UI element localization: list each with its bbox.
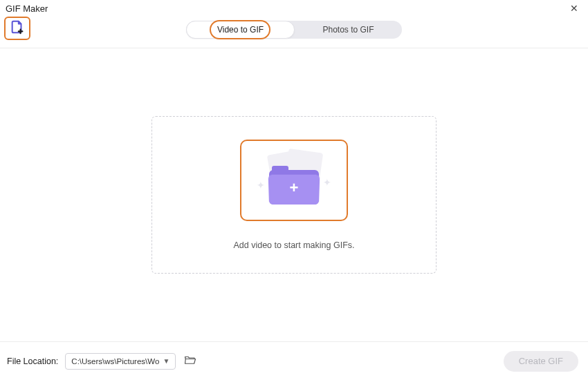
sparkle-icon: ✦ <box>257 180 265 191</box>
main-area: ✦ ✦ + Add video to start making GIFs. <box>0 48 588 341</box>
create-gif-button[interactable]: Create GIF <box>504 351 578 372</box>
bottom-bar: File Location: C:\Users\ws\Pictures\Wond… <box>0 341 588 380</box>
close-icon[interactable]: ✕ <box>567 2 581 15</box>
create-gif-label: Create GIF <box>519 356 563 366</box>
sparkle-icon: ✦ <box>323 177 331 188</box>
title-bar: GIF Maker ✕ <box>0 0 588 15</box>
folder-icon: + <box>269 170 319 205</box>
dropzone: ✦ ✦ + Add video to start making GIFs. <box>151 116 437 274</box>
toolbar: Video to GIF Photos to GIF <box>0 15 588 48</box>
app-window: GIF Maker ✕ Video to GIF Photos to <box>0 0 588 380</box>
file-location-group: File Location: C:\Users\ws\Pictures\Wond… <box>7 353 198 370</box>
dropzone-hint: Add video to start making GIFs. <box>233 240 354 250</box>
folder-open-icon <box>184 354 196 368</box>
tab-photos-to-gif[interactable]: Photos to GIF <box>295 21 402 39</box>
browse-folder-button[interactable] <box>183 354 198 368</box>
tab-label: Video to GIF <box>217 25 264 35</box>
file-location-select[interactable]: C:\Users\ws\Pictures\Wonders ▼ <box>65 353 176 370</box>
add-file-icon <box>10 19 25 37</box>
plus-icon: + <box>290 180 299 196</box>
add-video-dropzone[interactable]: ✦ ✦ + <box>240 140 348 221</box>
window-title: GIF Maker <box>6 3 48 14</box>
mode-tabs: Video to GIF Photos to GIF <box>186 21 402 39</box>
file-location-value: C:\Users\ws\Pictures\Wonders <box>71 357 160 365</box>
tab-video-to-gif[interactable]: Video to GIF <box>186 21 295 39</box>
file-location-label: File Location: <box>7 357 58 366</box>
tab-label: Photos to GIF <box>322 25 374 35</box>
chevron-down-icon: ▼ <box>163 357 169 365</box>
add-media-button[interactable] <box>4 17 30 40</box>
